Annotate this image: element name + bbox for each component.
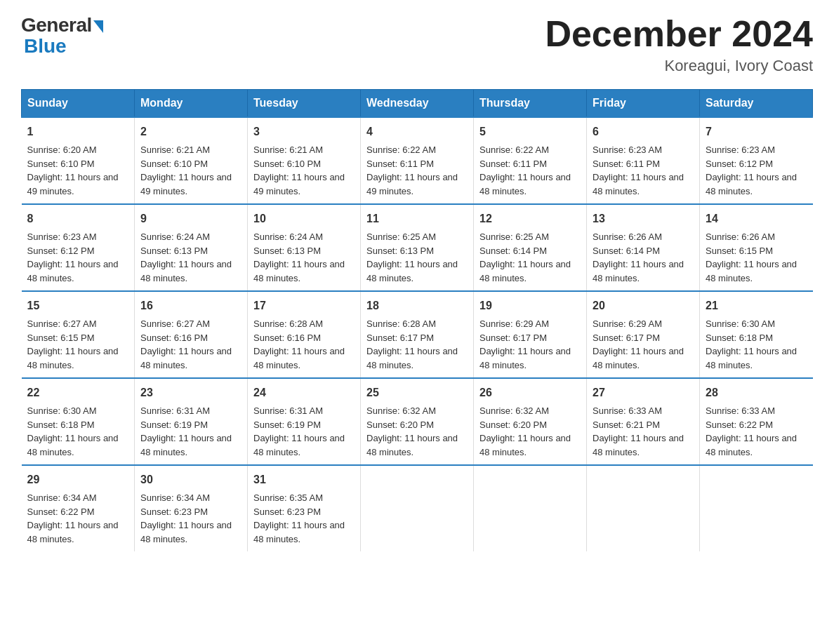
sunset-text: Sunset: 6:10 PM [140, 159, 208, 169]
day-number: 30 [140, 471, 241, 488]
day-cell: 2Sunrise: 6:21 AMSunset: 6:10 PMDaylight… [135, 117, 248, 204]
day-cell: 3Sunrise: 6:21 AMSunset: 6:10 PMDaylight… [248, 117, 361, 204]
sunset-text: Sunset: 6:23 PM [140, 507, 208, 517]
day-cell: 24Sunrise: 6:31 AMSunset: 6:19 PMDayligh… [248, 378, 361, 465]
day-number: 6 [593, 123, 694, 140]
day-cell: 25Sunrise: 6:32 AMSunset: 6:20 PMDayligh… [361, 378, 474, 465]
daylight-text: Daylight: 11 hours and 48 minutes. [593, 172, 684, 196]
week-row-3: 15Sunrise: 6:27 AMSunset: 6:15 PMDayligh… [22, 291, 813, 378]
day-number: 1 [27, 123, 129, 140]
header-saturday: Saturday [700, 90, 813, 118]
day-cell: 26Sunrise: 6:32 AMSunset: 6:20 PMDayligh… [474, 378, 587, 465]
day-number: 2 [140, 123, 241, 140]
sunset-text: Sunset: 6:14 PM [593, 246, 660, 256]
sunset-text: Sunset: 6:13 PM [140, 246, 208, 256]
sunrise-text: Sunrise: 6:31 AM [140, 405, 210, 416]
header-thursday: Thursday [474, 90, 587, 118]
sunset-text: Sunset: 6:14 PM [479, 246, 547, 256]
day-number: 11 [366, 210, 468, 227]
daylight-text: Daylight: 11 hours and 48 minutes. [593, 346, 684, 370]
day-number: 15 [27, 297, 129, 314]
sunset-text: Sunset: 6:17 PM [479, 333, 547, 343]
sunset-text: Sunset: 6:16 PM [253, 333, 321, 343]
week-row-2: 8Sunrise: 6:23 AMSunset: 6:12 PMDaylight… [22, 204, 813, 291]
sunset-text: Sunset: 6:22 PM [27, 507, 95, 517]
sunset-text: Sunset: 6:20 PM [479, 420, 547, 430]
sunrise-text: Sunrise: 6:33 AM [593, 405, 662, 416]
location: Koreagui, Ivory Coast [545, 57, 813, 75]
logo-general-text: General [21, 14, 92, 36]
day-number: 29 [27, 471, 129, 488]
daylight-text: Daylight: 11 hours and 48 minutes. [706, 172, 797, 196]
sunrise-text: Sunrise: 6:29 AM [593, 318, 662, 329]
sunrise-text: Sunrise: 6:21 AM [140, 145, 210, 155]
sunrise-text: Sunrise: 6:21 AM [253, 145, 323, 155]
daylight-text: Daylight: 11 hours and 48 minutes. [27, 433, 119, 457]
logo-blue-text: Blue [24, 35, 67, 58]
daylight-text: Daylight: 11 hours and 48 minutes. [593, 259, 684, 283]
header-tuesday: Tuesday [248, 90, 361, 118]
sunrise-text: Sunrise: 6:27 AM [140, 318, 210, 329]
sunset-text: Sunset: 6:10 PM [27, 159, 95, 169]
sunset-text: Sunset: 6:17 PM [366, 333, 434, 343]
sunrise-text: Sunrise: 6:26 AM [593, 232, 662, 242]
day-number: 16 [140, 297, 241, 314]
day-cell: 11Sunrise: 6:25 AMSunset: 6:13 PMDayligh… [361, 204, 474, 291]
day-number: 19 [479, 297, 581, 314]
day-number: 7 [706, 123, 807, 140]
sunset-text: Sunset: 6:23 PM [253, 507, 321, 517]
day-number: 24 [253, 384, 355, 401]
sunrise-text: Sunrise: 6:23 AM [593, 145, 662, 155]
daylight-text: Daylight: 11 hours and 48 minutes. [366, 346, 458, 370]
day-cell: 30Sunrise: 6:34 AMSunset: 6:23 PMDayligh… [135, 465, 248, 551]
day-cell: 9Sunrise: 6:24 AMSunset: 6:13 PMDaylight… [135, 204, 248, 291]
daylight-text: Daylight: 11 hours and 49 minutes. [27, 172, 119, 196]
daylight-text: Daylight: 11 hours and 48 minutes. [253, 520, 345, 544]
daylight-text: Daylight: 11 hours and 49 minutes. [366, 172, 458, 196]
header-wednesday: Wednesday [361, 90, 474, 118]
sunrise-text: Sunrise: 6:23 AM [27, 232, 97, 242]
daylight-text: Daylight: 11 hours and 48 minutes. [27, 259, 119, 283]
day-cell: 20Sunrise: 6:29 AMSunset: 6:17 PMDayligh… [587, 291, 700, 378]
sunset-text: Sunset: 6:19 PM [253, 420, 321, 430]
day-cell: 8Sunrise: 6:23 AMSunset: 6:12 PMDaylight… [22, 204, 135, 291]
day-cell: 18Sunrise: 6:28 AMSunset: 6:17 PMDayligh… [361, 291, 474, 378]
daylight-text: Daylight: 11 hours and 48 minutes. [593, 433, 684, 457]
sunset-text: Sunset: 6:15 PM [706, 246, 773, 256]
daylight-text: Daylight: 11 hours and 48 minutes. [140, 259, 232, 283]
daylight-text: Daylight: 11 hours and 48 minutes. [140, 433, 232, 457]
page-header: General Blue December 2024 Koreagui, Ivo… [21, 14, 813, 75]
sunset-text: Sunset: 6:12 PM [27, 246, 95, 256]
sunset-text: Sunset: 6:17 PM [593, 333, 660, 343]
sunset-text: Sunset: 6:12 PM [706, 159, 773, 169]
sunrise-text: Sunrise: 6:33 AM [706, 405, 775, 416]
day-number: 3 [253, 123, 355, 140]
day-cell: 14Sunrise: 6:26 AMSunset: 6:15 PMDayligh… [700, 204, 813, 291]
title-block: December 2024 Koreagui, Ivory Coast [545, 14, 813, 75]
daylight-text: Daylight: 11 hours and 48 minutes. [479, 433, 571, 457]
daylight-text: Daylight: 11 hours and 48 minutes. [706, 346, 797, 370]
daylight-text: Daylight: 11 hours and 48 minutes. [140, 520, 232, 544]
daylight-text: Daylight: 11 hours and 48 minutes. [479, 346, 571, 370]
day-number: 27 [593, 384, 694, 401]
sunrise-text: Sunrise: 6:32 AM [366, 405, 436, 416]
day-cell: 28Sunrise: 6:33 AMSunset: 6:22 PMDayligh… [700, 378, 813, 465]
header-monday: Monday [135, 90, 248, 118]
week-row-4: 22Sunrise: 6:30 AMSunset: 6:18 PMDayligh… [22, 378, 813, 465]
day-number: 12 [479, 210, 581, 227]
day-number: 20 [593, 297, 694, 314]
sunset-text: Sunset: 6:21 PM [593, 420, 660, 430]
week-row-1: 1Sunrise: 6:20 AMSunset: 6:10 PMDaylight… [22, 117, 813, 204]
day-number: 8 [27, 210, 129, 227]
sunset-text: Sunset: 6:13 PM [366, 246, 434, 256]
sunrise-text: Sunrise: 6:28 AM [366, 318, 436, 329]
daylight-text: Daylight: 11 hours and 48 minutes. [706, 433, 797, 457]
sunset-text: Sunset: 6:18 PM [27, 420, 95, 430]
day-cell: 13Sunrise: 6:26 AMSunset: 6:14 PMDayligh… [587, 204, 700, 291]
sunrise-text: Sunrise: 6:25 AM [479, 232, 549, 242]
day-number: 26 [479, 384, 581, 401]
week-row-5: 29Sunrise: 6:34 AMSunset: 6:22 PMDayligh… [22, 465, 813, 551]
sunset-text: Sunset: 6:11 PM [479, 159, 547, 169]
day-cell: 10Sunrise: 6:24 AMSunset: 6:13 PMDayligh… [248, 204, 361, 291]
day-cell: 31Sunrise: 6:35 AMSunset: 6:23 PMDayligh… [248, 465, 361, 551]
